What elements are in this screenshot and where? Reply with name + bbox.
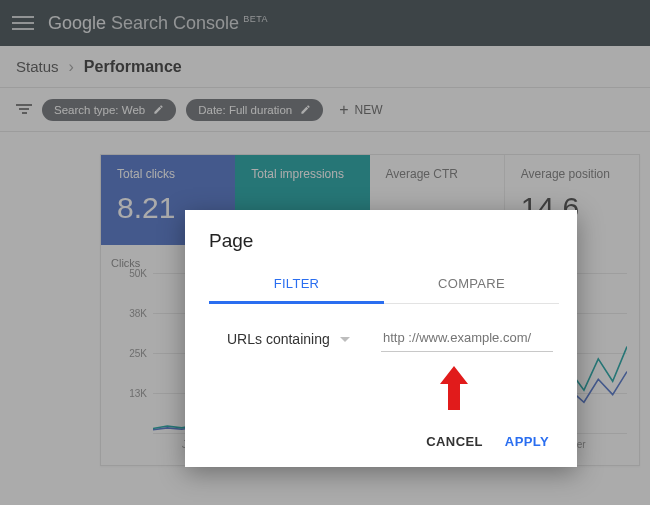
dialog-tabs: FILTER COMPARE <box>209 266 559 304</box>
cancel-button[interactable]: CANCEL <box>426 434 483 449</box>
urls-containing-select[interactable]: URLs containing <box>227 331 373 347</box>
pointer-arrow <box>209 358 559 416</box>
tab-filter[interactable]: FILTER <box>209 266 384 304</box>
apply-button[interactable]: APPLY <box>505 434 549 449</box>
dialog-actions: CANCEL APPLY <box>209 416 559 453</box>
page-filter-dialog: Page FILTER COMPARE URLs containing CANC… <box>185 210 577 467</box>
dialog-title: Page <box>209 230 559 252</box>
arrow-up-icon <box>440 366 468 414</box>
select-label: URLs containing <box>227 331 330 347</box>
url-input[interactable] <box>381 326 553 352</box>
tab-compare[interactable]: COMPARE <box>384 266 559 304</box>
chevron-down-icon <box>340 337 350 342</box>
filter-row: URLs containing <box>209 304 559 358</box>
